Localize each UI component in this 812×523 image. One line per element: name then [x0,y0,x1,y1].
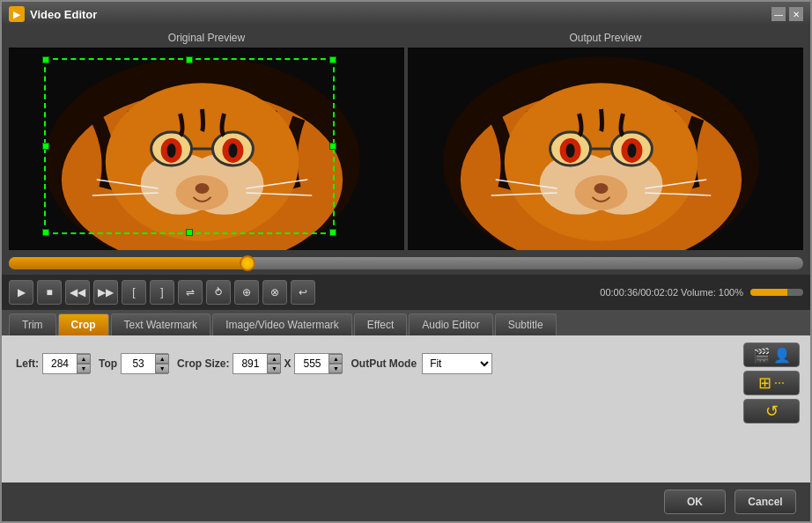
reset-button[interactable]: ↺ [743,399,800,424]
output-mode-label: OutPut Mode [351,357,417,370]
output-mode-group: OutPut Mode Fit Stretch Crop None [351,353,492,374]
profile-button[interactable]: 🎬 👤 [743,343,800,367]
top-increment[interactable]: ▲ [155,354,169,364]
play-button[interactable]: ▶ [9,280,33,305]
stop-button[interactable]: ■ [37,280,62,305]
undo-button[interactable]: ↩ [291,280,315,305]
top-field-group: Top ▲ ▼ [99,353,168,374]
video-editor-window: ▶ Video Editor — ✕ Original Preview [0,0,812,523]
svg-point-41 [594,183,609,194]
original-preview-panel: Original Preview [9,32,404,250]
crop-height-decrement[interactable]: ▼ [328,364,343,373]
crop-height-input[interactable] [295,354,328,373]
aspect-ratio-button[interactable]: ⊞ ⋯ [743,371,800,395]
window-controls: — ✕ [771,7,803,21]
controls-bar: ▶ ■ ◀◀ ▶▶ [ ] ⇌ ⥁ ⊕ ⊗ ↩ 00:00:36/00:02:0… [2,275,810,310]
original-preview-label: Original Preview [9,32,404,44]
user-icon: 👤 [773,347,791,364]
svg-point-12 [228,144,237,158]
content-area: Left: ▲ ▼ Top ▲ ▼ [2,335,810,482]
side-buttons: 🎬 👤 ⊞ ⋯ ↺ [743,343,800,424]
output-preview-panel: Output Preview [408,32,803,250]
crop-height-spinbox[interactable]: ▲ ▼ [294,353,342,374]
crop-width-increment[interactable]: ▲ [267,354,281,364]
split-button[interactable]: ⥁ [206,280,231,305]
tab-trim[interactable]: Trim [9,313,56,335]
profile-icon: 🎬 [753,347,771,364]
left-label: Left: [16,357,39,370]
timeline-fill [9,257,247,269]
cancel-button[interactable]: Cancel [734,490,796,514]
dots-icon: ⋯ [774,377,785,389]
crop-width-spinbox[interactable]: ▲ ▼ [233,353,280,374]
title-bar: ▶ Video Editor — ✕ [2,2,810,26]
left-input[interactable] [43,354,77,373]
output-mode-select[interactable]: Fit Stretch Crop None [422,353,492,374]
ok-button[interactable]: OK [664,490,726,514]
left-increment[interactable]: ▲ [77,354,91,364]
rewind-button[interactable]: ◀◀ [65,280,90,305]
x-label: X [284,357,291,370]
top-spinbox[interactable]: ▲ ▼ [121,353,168,374]
svg-point-20 [196,183,210,194]
window-title: Video Editor [30,8,771,21]
bottom-bar: OK Cancel [2,482,810,521]
timeline-bar[interactable] [9,257,803,269]
crop-size-field-group: Crop Size: ▲ ▼ X ▲ ▼ [177,353,342,374]
reset-icon: ↺ [765,401,779,421]
left-decrement[interactable]: ▼ [77,364,91,373]
grid-icon: ⊞ [758,373,771,393]
tab-effect[interactable]: Effect [354,313,407,335]
effect-button[interactable]: ⊗ [262,280,287,305]
tab-audio-editor[interactable]: Audio Editor [409,313,492,335]
left-field-group: Left: ▲ ▼ [16,353,90,374]
crop-width-decrement[interactable]: ▼ [267,364,281,373]
output-preview-video [408,48,803,250]
preview-area: Original Preview [2,26,810,254]
crop-width-input[interactable] [233,354,267,373]
top-input[interactable] [122,354,155,373]
mark-out-button[interactable]: ] [150,280,174,305]
svg-point-33 [627,144,636,158]
crop-controls: Left: ▲ ▼ Top ▲ ▼ [16,346,796,374]
tab-text-watermark[interactable]: Text Watermark [111,313,211,335]
tab-image-video-watermark[interactable]: Image/Video Watermark [212,313,352,335]
svg-point-32 [566,144,575,158]
timeline-thumb[interactable] [240,255,255,271]
time-text: 00:00:36/00:02:02 Volume: 100% [600,287,743,298]
output-preview-label: Output Preview [408,32,803,44]
original-preview-video [9,48,404,250]
svg-point-11 [167,144,176,158]
time-display: 00:00:36/00:02:02 Volume: 100% [600,287,743,298]
mark-in-button[interactable]: [ [122,280,146,305]
loop-button[interactable]: ⇌ [178,280,203,305]
volume-slider[interactable] [750,289,803,296]
left-spinbox[interactable]: ▲ ▼ [42,353,90,374]
top-label: Top [99,357,117,370]
tab-crop[interactable]: Crop [58,313,109,335]
top-decrement[interactable]: ▼ [155,364,169,373]
minimize-button[interactable]: — [771,7,786,21]
app-icon: ▶ [9,6,25,22]
crop-height-increment[interactable]: ▲ [328,354,343,364]
tabs-area: Trim Crop Text Watermark Image/Video Wat… [2,310,810,335]
tab-subtitle[interactable]: Subtitle [495,313,557,335]
zoom-button[interactable]: ⊕ [234,280,259,305]
timeline-area [2,254,810,275]
crop-size-label: Crop Size: [177,357,229,370]
forward-button[interactable]: ▶▶ [93,280,118,305]
close-button[interactable]: ✕ [789,7,803,21]
